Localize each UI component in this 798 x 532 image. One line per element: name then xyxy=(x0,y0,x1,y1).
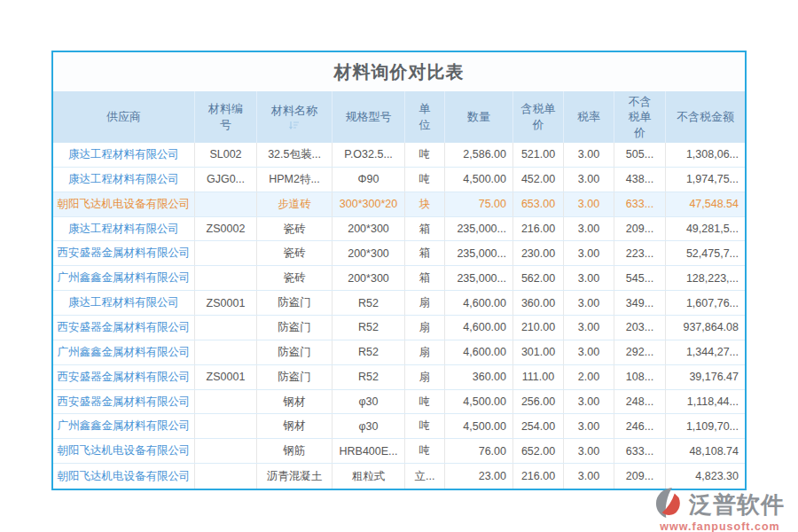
table-row[interactable]: 广州鑫鑫金属材料有限公司 防盗门 R52 扇 4,600.00 301.00 3… xyxy=(53,340,745,365)
cell-no-tax-price: 223... xyxy=(614,241,666,265)
cell-supplier[interactable]: 朝阳飞达机电设备有限公司 xyxy=(53,439,195,463)
cell-tax-price: 210.00 xyxy=(513,316,564,340)
table-row[interactable]: 西安盛器金属材料有限公司 钢材 φ30 吨 4,500.00 256.00 3.… xyxy=(53,390,745,415)
cell-quantity: 4,600.00 xyxy=(445,291,513,315)
cell-spec: 粗粒式 xyxy=(332,464,405,489)
table-row[interactable]: 康达工程材料有限公司 ZS0002 瓷砖 200*300 箱 235,000..… xyxy=(53,217,745,242)
table-row[interactable]: 西安盛器金属材料有限公司 瓷砖 200*300 箱 235,000... 230… xyxy=(53,241,745,266)
cell-unit: 吨 xyxy=(405,143,445,167)
table-row[interactable]: 西安盛器金属材料有限公司 防盗门 R52 扇 4,600.00 210.00 3… xyxy=(53,316,745,340)
cell-no-tax-price: 545... xyxy=(614,266,666,290)
cell-material-name: 沥青混凝土 xyxy=(257,464,332,489)
cell-quantity: 360.00 xyxy=(445,365,513,389)
cell-supplier[interactable]: 康达工程材料有限公司 xyxy=(53,217,195,241)
cell-spec: 300*300*20 xyxy=(332,192,405,216)
cell-supplier[interactable]: 康达工程材料有限公司 xyxy=(53,143,195,167)
cell-no-tax-price: 505... xyxy=(614,143,666,167)
cell-quantity: 4,500.00 xyxy=(445,414,513,438)
column-header-label: 单位 xyxy=(418,101,432,132)
table-row[interactable]: 朝阳飞达机电设备有限公司 钢筋 HRB400E... 吨 76.00 652.0… xyxy=(53,439,745,464)
column-header-label: 含税单价 xyxy=(520,101,557,132)
cell-material-code xyxy=(195,390,257,414)
cell-tax-price: 652.00 xyxy=(513,439,564,463)
cell-quantity: 76.00 xyxy=(445,439,513,463)
cell-tax-rate: 3.00 xyxy=(564,439,614,463)
cell-spec: 200*300 xyxy=(332,241,405,265)
cell-material-name: 钢筋 xyxy=(257,439,332,463)
cell-quantity: 75.00 xyxy=(445,192,513,216)
cell-tax-price: 653.00 xyxy=(513,192,564,216)
cell-tax-price: 360.00 xyxy=(513,291,564,315)
cell-spec: HRB400E... xyxy=(332,439,405,463)
cell-material-code: ZS0001 xyxy=(195,365,257,389)
cell-unit: 箱 xyxy=(405,266,445,290)
table-row[interactable]: 康达工程材料有限公司 GJG0... HPM2特... Φ90 吨 4,500.… xyxy=(53,168,745,192)
cell-supplier[interactable]: 朝阳飞达机电设备有限公司 xyxy=(53,464,195,489)
table-row[interactable]: 康达工程材料有限公司 ZS0001 防盗门 R52 扇 4,600.00 360… xyxy=(53,291,745,316)
cell-no-tax-amount: 128,223,... xyxy=(666,266,745,290)
cell-no-tax-amount: 48,108.74 xyxy=(666,439,745,463)
table-row[interactable]: 朝阳飞达机电设备有限公司 沥青混凝土 粗粒式 立... 23.00 216.00… xyxy=(53,464,745,489)
table-row[interactable]: 广州鑫鑫金属材料有限公司 钢材 φ30 吨 4,500.00 254.00 3.… xyxy=(53,414,745,439)
cell-material-name: 钢材 xyxy=(257,390,332,414)
cell-spec: P.O32.5... xyxy=(332,143,405,167)
table-row[interactable]: 康达工程材料有限公司 SL002 32.5包装... P.O32.5... 吨 … xyxy=(53,143,745,168)
cell-no-tax-amount: 1,118,44... xyxy=(666,390,745,414)
cell-supplier[interactable]: 西安盛器金属材料有限公司 xyxy=(53,316,195,340)
cell-tax-rate: 2.00 xyxy=(564,365,614,389)
cell-no-tax-amount: 1,344,27... xyxy=(666,340,745,364)
cell-unit: 箱 xyxy=(405,241,445,265)
cell-supplier[interactable]: 广州鑫鑫金属材料有限公司 xyxy=(53,266,195,290)
column-header-label: 不含税金额 xyxy=(677,109,734,125)
cell-supplier[interactable]: 西安盛器金属材料有限公司 xyxy=(53,365,195,389)
table-row[interactable]: 广州鑫鑫金属材料有限公司 瓷砖 200*300 箱 235,000... 562… xyxy=(53,266,745,291)
sort-icon[interactable] xyxy=(289,120,300,131)
cell-no-tax-amount: 49,281,5... xyxy=(666,217,745,241)
cell-tax-rate: 3.00 xyxy=(564,316,614,340)
cell-supplier[interactable]: 康达工程材料有限公司 xyxy=(53,168,195,192)
table-row[interactable]: 朝阳飞达机电设备有限公司 步道砖 300*300*20 块 75.00 653.… xyxy=(53,192,745,217)
cell-tax-price: 111.00 xyxy=(513,365,564,389)
cell-tax-price: 562.00 xyxy=(513,266,564,290)
column-header-material-code: 材料编号 xyxy=(195,91,257,143)
cell-unit: 吨 xyxy=(405,168,445,192)
column-header-label: 材料编号 xyxy=(207,101,245,132)
cell-tax-price: 216.00 xyxy=(513,217,564,241)
cell-spec: R52 xyxy=(332,316,405,340)
table-row[interactable]: 西安盛器金属材料有限公司 ZS0001 防盗门 R52 扇 360.00 111… xyxy=(53,365,745,390)
cell-unit: 箱 xyxy=(405,217,445,241)
cell-supplier[interactable]: 西安盛器金属材料有限公司 xyxy=(53,241,195,265)
cell-tax-price: 521.00 xyxy=(513,143,564,167)
cell-unit: 吨 xyxy=(405,414,445,438)
cell-no-tax-price: 633... xyxy=(614,439,666,463)
cell-tax-rate: 3.00 xyxy=(564,340,614,364)
cell-tax-rate: 3.00 xyxy=(564,464,614,489)
column-header-no-tax-price: 不含税单价 xyxy=(614,91,666,143)
cell-spec: R52 xyxy=(332,340,405,364)
cell-unit: 块 xyxy=(405,192,445,216)
cell-supplier[interactable]: 广州鑫鑫金属材料有限公司 xyxy=(53,340,195,364)
cell-quantity: 23.00 xyxy=(445,464,513,489)
cell-supplier[interactable]: 康达工程材料有限公司 xyxy=(53,291,195,315)
column-header-material-name: 材料名称 xyxy=(257,91,332,143)
column-header-quantity: 数量 xyxy=(445,91,513,143)
cell-material-code xyxy=(195,439,257,463)
cell-material-name: 防盗门 xyxy=(257,316,332,340)
cell-unit: 立... xyxy=(405,464,445,489)
cell-tax-rate: 3.00 xyxy=(564,266,614,290)
cell-supplier[interactable]: 朝阳飞达机电设备有限公司 xyxy=(53,192,195,216)
cell-tax-rate: 3.00 xyxy=(564,192,614,216)
cell-quantity: 235,000... xyxy=(445,241,513,265)
cell-no-tax-amount: 1,607,76... xyxy=(666,291,745,315)
column-header-tax-price: 含税单价 xyxy=(513,91,564,143)
cell-material-code xyxy=(195,266,257,290)
cell-supplier[interactable]: 广州鑫鑫金属材料有限公司 xyxy=(53,414,195,438)
cell-supplier[interactable]: 西安盛器金属材料有限公司 xyxy=(53,390,195,414)
cell-tax-price: 254.00 xyxy=(513,414,564,438)
cell-spec: 200*300 xyxy=(332,217,405,241)
cell-no-tax-price: 248... xyxy=(614,390,666,414)
cell-tax-rate: 3.00 xyxy=(564,143,614,167)
column-header-label: 供应商 xyxy=(106,109,141,125)
cell-no-tax-price: 349... xyxy=(614,291,666,315)
cell-tax-price: 301.00 xyxy=(513,340,564,364)
